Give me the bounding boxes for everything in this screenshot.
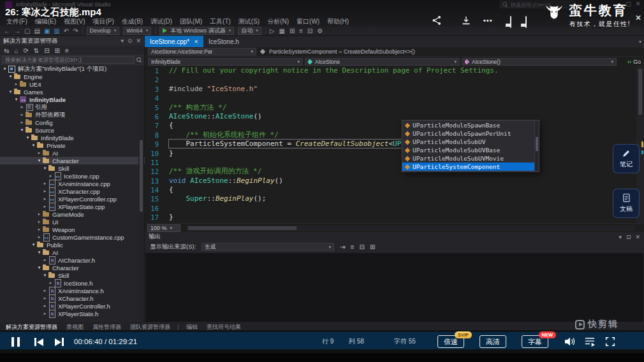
collapsed-arrow-icon[interactable]: ▸ — [19, 105, 25, 110]
expanded-arrow-icon[interactable]: ▾ — [13, 97, 19, 102]
volume-icon[interactable] — [564, 337, 576, 349]
editor-tab[interactable]: IceStone.h — [203, 36, 244, 47]
tree-item[interactable]: ▸AI — [0, 149, 145, 157]
tree-item[interactable]: ▾InfinityBlade — [0, 96, 145, 103]
tree-item[interactable]: ▾Source — [0, 126, 145, 134]
new-file-icon[interactable]: ▢ — [24, 27, 30, 35]
collapsed-arrow-icon[interactable]: ▸ — [42, 303, 48, 308]
fullscreen-icon[interactable] — [604, 336, 616, 350]
collapsed-arrow-icon[interactable]: ▸ — [36, 150, 42, 156]
tree-item[interactable]: ▾InfinityBlade — [0, 134, 145, 141]
intellisense-item[interactable]: UParticleModuleSubUVMovie — [402, 154, 539, 163]
tree-item[interactable]: ▸XPlayerController.h — [0, 302, 145, 310]
theater-mode-icon[interactable] — [525, 16, 527, 28]
pin-icon[interactable]: ⊙ — [128, 38, 133, 44]
share-icon[interactable] — [431, 15, 443, 29]
collapsed-arrow-icon[interactable]: ▸ — [42, 204, 48, 209]
intellisense-item[interactable]: UParticleModuleSpawnBase — [402, 121, 539, 129]
expanded-arrow-icon[interactable]: ▾ — [36, 250, 42, 255]
expanded-arrow-icon[interactable]: ▾ — [2, 66, 8, 71]
expanded-arrow-icon[interactable]: ▾ — [8, 74, 13, 79]
expanded-arrow-icon[interactable]: ▾ — [36, 158, 42, 163]
menu-item[interactable]: 调试(D) — [147, 17, 176, 26]
collapsed-arrow-icon[interactable]: ▸ — [42, 288, 48, 293]
tab-close-icon[interactable]: ✕ — [194, 39, 198, 45]
scrollbar-thumb[interactable] — [638, 69, 642, 115]
go-button[interactable]: ‹› Go — [627, 59, 641, 65]
collapsed-arrow-icon[interactable]: ▸ — [42, 189, 48, 194]
tree-item[interactable]: ▸AICharacter.h — [0, 256, 145, 264]
open-file-icon[interactable]: ▤ — [34, 27, 40, 35]
intellisense-item[interactable]: UParticleModuleSubUV — [402, 138, 539, 146]
tree-item[interactable]: ▸引用 — [0, 103, 145, 111]
attach-dropdown[interactable]: 自动 ▾ — [238, 27, 261, 35]
tree-item[interactable]: ▸UE4 — [0, 80, 145, 88]
subtitle-button[interactable]: 字幕 NEW — [522, 335, 548, 348]
expanded-arrow-icon[interactable]: ▾ — [36, 265, 42, 270]
home-icon[interactable]: ⌂ — [14, 47, 18, 55]
tree-item[interactable]: ▸XAnimInstance.h — [0, 287, 145, 294]
intellisense-item[interactable]: UParticleModuleSubUVBase — [402, 146, 539, 154]
tree-item[interactable]: ▸XCharacter.h — [0, 294, 145, 302]
build-icon[interactable]: ▦ — [279, 27, 284, 35]
solution-configuration-dropdown[interactable]: Develop ▾ — [87, 27, 120, 35]
collapse-icon[interactable]: ⊟ — [307, 27, 312, 35]
collapsed-arrow-icon[interactable]: ▸ — [36, 219, 42, 224]
tree-item[interactable]: ▸XPlayerController.cpp — [0, 195, 145, 203]
next-message-icon[interactable]: ⇥ — [340, 243, 345, 251]
solution-search-input[interactable] — [2, 56, 135, 64]
options-icon[interactable]: ⚙ — [318, 27, 323, 35]
tree-item[interactable]: ▾Private — [0, 141, 145, 149]
tree-item[interactable]: ▸Config — [0, 119, 145, 126]
editor-tab[interactable]: IceStone.cpp*✕ — [145, 36, 203, 47]
intellisense-item[interactable]: UParticleModuleSpawnPerUnit — [402, 129, 539, 138]
brand-close-icon[interactable]: ✕ — [635, 13, 641, 22]
tree-item[interactable]: ▾Skill — [0, 164, 145, 172]
more-options-icon[interactable]: ••• — [483, 17, 493, 24]
tree-item[interactable]: ▸IceStone.cpp — [0, 172, 145, 180]
menu-item[interactable]: 帮助(H) — [323, 17, 353, 26]
playlist-icon[interactable] — [584, 337, 596, 349]
panel-close-icon[interactable]: ✕ — [635, 234, 640, 240]
save-icon[interactable]: ▣ — [44, 27, 50, 35]
expanded-arrow-icon[interactable]: ▾ — [31, 242, 36, 247]
collapse-all-icon[interactable]: ⊟ — [44, 47, 49, 55]
collapsed-arrow-icon[interactable]: ▸ — [42, 257, 48, 263]
clear-output-icon[interactable]: ⊟ — [360, 243, 365, 251]
menu-item[interactable]: 分析(N) — [263, 17, 293, 26]
tree-item[interactable]: ▸IceStone.h — [0, 279, 145, 287]
solution-tree-scrollbar[interactable] — [138, 65, 144, 322]
context-dropdown[interactable]: AIceStone:AIceStone:Par ▾ — [148, 48, 256, 55]
sync-with-active-document-icon[interactable]: ⇅ — [34, 47, 39, 55]
tree-item[interactable]: ▸Weapon — [0, 226, 145, 233]
undo-icon[interactable]: ↶ — [64, 27, 69, 35]
tree-item[interactable]: ▸UI — [0, 218, 145, 226]
navigate-back-icon[interactable]: ← — [4, 27, 10, 35]
tree-item[interactable]: ▸XCharacter.cpp — [0, 187, 145, 195]
collapsed-arrow-icon[interactable]: ▸ — [19, 120, 25, 125]
expanded-arrow-icon[interactable]: ▾ — [42, 166, 48, 171]
window-list-icon[interactable]: ▾ — [639, 39, 641, 45]
save-all-icon[interactable]: ▥ — [54, 27, 59, 35]
tree-item[interactable]: ▾Character — [0, 157, 145, 164]
zoom-dropdown[interactable]: 100 % ▾ — [147, 224, 180, 232]
collapsed-arrow-icon[interactable]: ▸ — [19, 112, 25, 117]
tree-item[interactable]: ▸CustomGameInstance.cpp — [0, 233, 145, 241]
menu-item[interactable]: 窗口(W) — [293, 17, 323, 26]
tree-item[interactable]: ▾解决方案"InfinityBlade"(1 个项目) — [0, 65, 145, 73]
collapsed-arrow-icon[interactable]: ▸ — [13, 82, 19, 87]
expanded-arrow-icon[interactable]: ▾ — [31, 143, 36, 148]
playback-speed-button[interactable]: 倍速 SVIP — [437, 335, 464, 348]
solution-platform-dropdown[interactable]: Win64 ▾ — [123, 27, 151, 35]
tree-item[interactable]: ▾Public — [0, 241, 145, 249]
collapsed-arrow-icon[interactable]: ▸ — [36, 227, 42, 232]
menu-item[interactable]: 生成(B) — [118, 17, 147, 26]
tree-item[interactable]: ▾AI — [0, 249, 145, 256]
quality-button[interactable]: 高清 — [479, 335, 506, 348]
menu-item[interactable]: 工具(T) — [206, 17, 235, 26]
tree-item[interactable]: ▾Games — [0, 88, 145, 96]
list-icon[interactable]: ≡ — [299, 27, 303, 35]
tree-item[interactable]: ▾Engine — [0, 73, 145, 80]
tree-item[interactable]: ▾Character — [0, 264, 145, 272]
output-source-dropdown[interactable]: 生成 ▾ — [201, 243, 334, 251]
